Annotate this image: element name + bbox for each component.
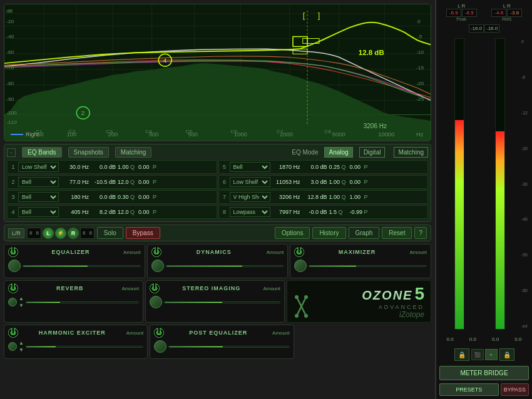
svg-text:[: [ [303, 11, 305, 20]
maximizer-slider[interactable] [309, 265, 427, 267]
harmonic-down[interactable]: ▼ [19, 347, 24, 353]
bypass-button[interactable]: Bypass [126, 227, 160, 239]
band-freq-6: 11053 Hz [272, 179, 300, 185]
meter-val-1: 0.0 [447, 336, 454, 342]
right-meter [481, 38, 518, 330]
harmonic-slider[interactable] [26, 346, 143, 348]
maximizer-amount-label: Amount [409, 250, 427, 255]
dynamics-header: ⏻ DYNAMICS Amount [151, 247, 284, 257]
options-button[interactable]: Options [275, 227, 310, 239]
meter-icon-2[interactable]: + [485, 349, 498, 360]
lr-toggle[interactable]: L/R [8, 228, 24, 238]
presets-button[interactable]: PRESETS [439, 383, 499, 396]
scale-inf: -inf [521, 324, 528, 328]
svg-point-64 [304, 295, 308, 299]
meter-r-label: R [462, 3, 466, 9]
svg-text:-20: -20 [416, 81, 424, 86]
help-button[interactable]: ? [414, 227, 427, 239]
tab-snapshots[interactable]: Snapshots [68, 147, 109, 158]
channel-l-button[interactable]: L [43, 228, 54, 239]
band-freq-5: 1870 Hz [272, 164, 300, 170]
band-p-label-6: P [364, 179, 368, 185]
graph-button[interactable]: Graph [349, 227, 380, 239]
tab-eq-bands[interactable]: EQ Bands [22, 147, 62, 158]
left-meter-fill [455, 120, 464, 329]
band-q-1: 1.00 Q [118, 164, 136, 170]
solo-button[interactable]: Solo [97, 227, 123, 239]
meter-rms-group: L R -4.6 -3.8 RMS [491, 3, 522, 21]
ch-r-indicator2: 8 [88, 230, 93, 236]
band-gain-7: 12.8 dB [302, 194, 327, 200]
equalizer-slider[interactable] [23, 265, 141, 267]
band-gain-3: 0.0 dB [91, 194, 116, 200]
equalizer-module: ⏻ EQUALIZER Amount [4, 244, 145, 278]
left-meter-bar [454, 38, 464, 330]
lock-right-button[interactable]: 🔒 [499, 348, 514, 361]
eq-mode-matching[interactable]: Matching [394, 147, 428, 158]
scale-50: -50 [521, 253, 528, 257]
eq-mode-analog[interactable]: Analog [324, 147, 352, 158]
eq-knob[interactable] [8, 260, 21, 272]
reverb-down[interactable]: ▼ [19, 303, 24, 308]
post-eq-slider[interactable] [168, 346, 289, 348]
svg-text:C7: C7 [277, 129, 284, 134]
band-type-5[interactable]: BellLow Shelf [230, 162, 270, 172]
stereo-slider[interactable] [164, 301, 280, 303]
channel-link-button[interactable]: ⚡ [55, 228, 66, 239]
reverb-power-small[interactable] [8, 298, 17, 306]
meter-icon-1[interactable]: ⬛ [471, 349, 484, 360]
history-button[interactable]: History [312, 227, 345, 239]
dynamics-knob[interactable] [151, 260, 164, 272]
svg-text:C3: C3 [106, 129, 113, 134]
reset-button[interactable]: Reset [382, 227, 412, 239]
stereo-power[interactable]: ⏻ [150, 283, 160, 293]
harmonic-up[interactable]: ▲ [19, 340, 24, 346]
peak-displays: -6.9 -6.9 [446, 9, 477, 17]
scale-12: -12 [521, 111, 528, 115]
band-p-7: 1.00 [350, 194, 362, 200]
dynamics-power[interactable]: ⏻ [151, 247, 161, 257]
band-num-4: 4 [10, 209, 16, 215]
meter-lr-group: L R -6.9 -6.9 Peak [446, 3, 477, 21]
band-q-7: 1.00 Q [329, 194, 348, 200]
band-type-8[interactable]: Lowpass [230, 207, 270, 217]
reverb-up[interactable]: ▲ [19, 296, 24, 301]
channel-r-button[interactable]: R [68, 228, 79, 239]
post-eq-knob[interactable] [154, 340, 166, 353]
collapse-button[interactable]: - [7, 148, 16, 157]
empty-slot [296, 325, 431, 359]
scale-0: 0 [521, 39, 528, 44]
band-type-4[interactable]: Bell [18, 207, 59, 217]
harmonic-power[interactable]: ⏻ [8, 328, 18, 338]
eq-mode-digital[interactable]: Digital [359, 147, 386, 158]
ch-left-indicator: 8 [28, 230, 33, 236]
equalizer-power[interactable]: ⏻ [8, 247, 18, 257]
maximizer-knob[interactable] [294, 260, 307, 272]
eq-band-row-4: 4 Bell 405 Hz 8.2 dB 12.0 Q 0.00 P [7, 205, 217, 219]
tab-matching[interactable]: Matching [115, 147, 152, 158]
dynamics-module: ⏻ DYNAMICS Amount [147, 244, 289, 278]
reverb-module: ⏻ REVERB Amount ▲ ▼ [4, 280, 143, 323]
post-eq-power[interactable]: ⏻ [154, 328, 164, 338]
eq-mode-label: EQ Mode [292, 149, 318, 156]
band-p-8: -0.99 [350, 209, 362, 215]
dynamics-slider[interactable] [166, 265, 284, 267]
band-gain-1: 0.0 dB [91, 164, 116, 170]
eq-controls-panel: - EQ Bands Snapshots Matching EQ Mode An… [4, 144, 431, 222]
band-type-3[interactable]: Bell [18, 192, 59, 202]
band-type-1[interactable]: Low ShelfBellHighpass [18, 162, 59, 172]
lock-left-button[interactable]: 🔒 [454, 348, 469, 361]
band-type-6[interactable]: Low Shelf [230, 177, 270, 187]
reverb-power[interactable]: ⏻ [8, 283, 18, 293]
svg-text:C5: C5 [185, 129, 192, 134]
band-type-7[interactable]: V High Shelf [230, 192, 270, 202]
meter-bridge-button[interactable]: METER BRIDGE [439, 366, 529, 380]
svg-text:-20: -20 [6, 19, 14, 24]
reverb-slider[interactable] [26, 301, 139, 303]
harmonic-power-small[interactable] [8, 342, 17, 351]
band-gain-5: 0.0 dB [302, 164, 327, 170]
band-type-2[interactable]: Bell [18, 177, 59, 187]
maximizer-power[interactable]: ⏻ [294, 247, 304, 257]
bypass-main-button[interactable]: BYPASS [501, 383, 529, 396]
stereo-knob[interactable] [150, 296, 162, 308]
